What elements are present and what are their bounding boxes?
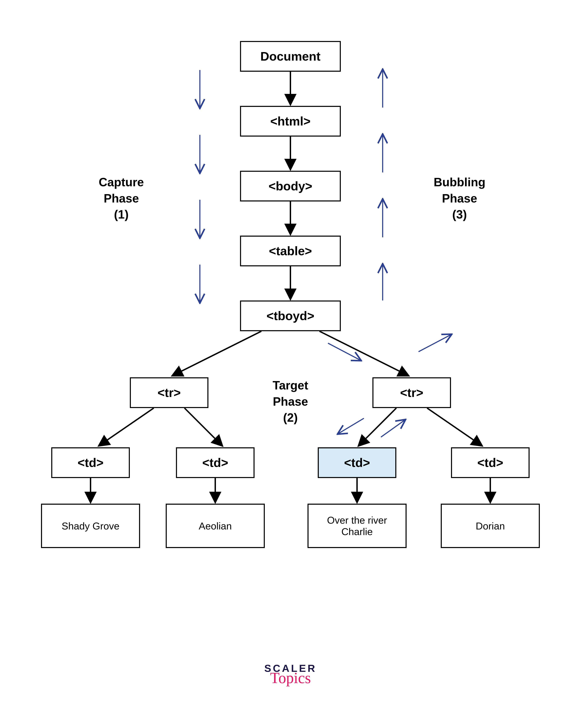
node-td-3-target: <td> bbox=[318, 447, 396, 478]
node-label: <td> bbox=[78, 456, 103, 470]
leaf-aeolian: Aeolian bbox=[166, 504, 265, 548]
label-text: Target Phase (2) bbox=[273, 379, 308, 424]
leaf-shady-grove: Shady Grove bbox=[41, 504, 140, 548]
node-html: <html> bbox=[240, 106, 341, 137]
node-label: <td> bbox=[344, 456, 370, 470]
svg-line-23 bbox=[419, 335, 451, 352]
leaf-label: Shady Grove bbox=[62, 520, 120, 532]
node-td-2: <td> bbox=[176, 447, 255, 478]
svg-line-6 bbox=[99, 408, 154, 446]
svg-line-9 bbox=[427, 408, 482, 446]
node-label: <html> bbox=[270, 114, 310, 128]
bubbling-phase-label: Bubbling Phase (3) bbox=[422, 174, 497, 223]
leaf-label: Aeolian bbox=[199, 520, 232, 532]
node-label: Document bbox=[260, 49, 321, 63]
svg-line-25 bbox=[381, 420, 405, 437]
svg-line-8 bbox=[359, 408, 396, 446]
target-phase-label: Target Phase (2) bbox=[258, 377, 323, 426]
node-body: <body> bbox=[240, 171, 341, 202]
svg-line-7 bbox=[184, 408, 222, 446]
node-tr-right: <tr> bbox=[372, 377, 451, 408]
leaf-label: Dorian bbox=[476, 520, 505, 532]
event-flow-diagram: Capture Phase (1) Target Phase (2) Bubbl… bbox=[0, 41, 581, 690]
svg-line-22 bbox=[328, 343, 360, 360]
node-td-4: <td> bbox=[451, 447, 530, 478]
node-label: <table> bbox=[269, 244, 312, 258]
node-label: <tboyd> bbox=[267, 309, 314, 323]
leaf-label: Over the river Charlie bbox=[314, 514, 400, 537]
node-table: <table> bbox=[240, 236, 341, 266]
node-tr-left: <tr> bbox=[130, 377, 208, 408]
brand-line-2: Topics bbox=[264, 669, 317, 687]
node-document: Document bbox=[240, 41, 341, 72]
node-label: <td> bbox=[477, 456, 503, 470]
node-tbody: <tboyd> bbox=[240, 301, 341, 331]
node-td-1: <td> bbox=[51, 447, 130, 478]
node-label: <tr> bbox=[400, 386, 423, 400]
label-text: Bubbling Phase (3) bbox=[434, 176, 485, 221]
leaf-over-the-river-charlie: Over the river Charlie bbox=[307, 504, 407, 548]
brand-logo: SCALER Topics bbox=[264, 662, 317, 687]
connector-layer bbox=[0, 41, 581, 690]
svg-line-5 bbox=[320, 331, 408, 375]
label-text: Capture Phase (1) bbox=[99, 176, 144, 221]
node-label: <tr> bbox=[157, 386, 181, 400]
leaf-dorian: Dorian bbox=[441, 504, 540, 548]
capture-phase-label: Capture Phase (1) bbox=[85, 174, 157, 223]
node-label: <td> bbox=[202, 456, 228, 470]
svg-line-4 bbox=[173, 331, 261, 375]
svg-line-24 bbox=[338, 418, 364, 434]
node-label: <body> bbox=[269, 179, 312, 193]
